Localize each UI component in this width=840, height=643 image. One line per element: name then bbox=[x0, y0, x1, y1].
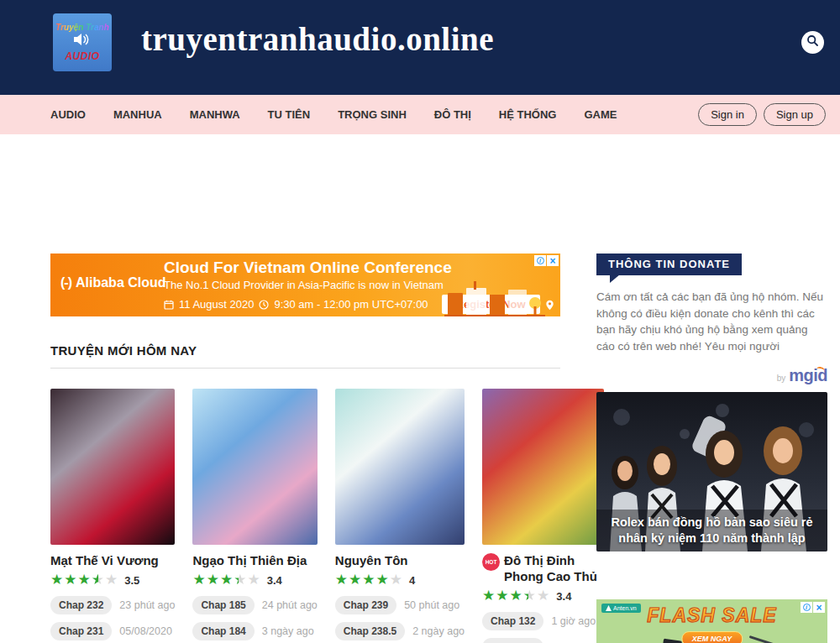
sponsored-photo-ad[interactable]: Rolex bán đồng hồ bản sao siêu rẻ nhân k… bbox=[596, 392, 827, 552]
comic-card-grid: Mạt Thế Vi Vương ★★★★★ 3.5 Chap 23223 ph… bbox=[50, 389, 560, 643]
nav-item-trong-sinh[interactable]: TRỌNG SINH bbox=[338, 108, 407, 121]
hot-badge: HOT bbox=[482, 553, 500, 571]
star-half-icon: ★ bbox=[92, 572, 105, 588]
rating-value: 3.5 bbox=[124, 574, 139, 587]
comic-title[interactable]: Mạt Thế Vi Vương bbox=[50, 552, 159, 568]
sign-in-button[interactable]: Sign in bbox=[698, 103, 757, 126]
sidebar: THÔNG TIN DONATE Cám ơn tất cả các bạn đ… bbox=[596, 254, 827, 643]
search-icon bbox=[806, 34, 819, 50]
chapter-button[interactable]: Chap 185 bbox=[192, 596, 254, 614]
star-rating-icons[interactable]: ★★★★★ bbox=[335, 572, 403, 588]
main-content: (-) Alibaba Cloud Cloud For Vietnam Onli… bbox=[50, 254, 560, 643]
mgid-attribution[interactable]: by mgid bbox=[777, 366, 827, 385]
chapter-button[interactable]: Chap 232 bbox=[50, 596, 112, 614]
ad-info-icon[interactable]: i bbox=[534, 255, 546, 266]
chapter-button[interactable]: Chap 132 bbox=[482, 612, 543, 630]
flash-sale-ad[interactable]: Anten.vn FLASH SALE XEM NGAY i × bbox=[596, 599, 827, 643]
chapter-button[interactable]: Chap 238.5 bbox=[335, 622, 405, 640]
chapter-button[interactable]: Chap 231 bbox=[50, 622, 112, 640]
chapter-list: Chap 1321 giờ agoChap 13105/08/2020 bbox=[482, 612, 604, 643]
star-full-icon: ★ bbox=[335, 572, 349, 588]
ad-close-icon[interactable]: × bbox=[547, 255, 559, 266]
auth-buttons: Sign in Sign up bbox=[698, 103, 826, 126]
rating-value: 4 bbox=[409, 574, 415, 587]
comic-title[interactable]: Đô Thị Đỉnh Phong Cao Thủ bbox=[504, 552, 604, 584]
star-full-icon: ★ bbox=[349, 572, 362, 588]
chapter-time: 3 ngày ago bbox=[262, 625, 314, 637]
nav-item-do-thi[interactable]: ĐÔ THỊ bbox=[434, 108, 471, 121]
comic-card: Nguyên Tôn ★★★★★ 4 Chap 23950 phút agoCh… bbox=[335, 389, 465, 643]
star-full-icon: ★ bbox=[64, 572, 77, 588]
star-full-icon: ★ bbox=[376, 572, 390, 588]
speaker-icon bbox=[74, 33, 91, 50]
star-full-icon: ★ bbox=[207, 572, 220, 588]
rating-row: ★★★★★ 3.5 bbox=[50, 572, 175, 588]
chapter-button[interactable]: Chap 184 bbox=[192, 622, 254, 640]
nav-item-manhua[interactable]: MANHUA bbox=[113, 108, 162, 121]
comic-card: Ngạo Thị Thiên Địa ★★★★★ 3.4 Chap 18524 … bbox=[192, 389, 317, 643]
comic-cover[interactable] bbox=[50, 389, 175, 545]
chapter-list: Chap 23223 phút agoChap 23105/08/2020 bbox=[50, 596, 175, 640]
ad-title: Cloud For Vietnam Online Conference bbox=[164, 259, 555, 277]
chapter-time: 05/08/2020 bbox=[119, 625, 172, 637]
chapter-row: Chap 18524 phút ago bbox=[192, 596, 317, 614]
nav-item-he-thong[interactable]: HỆ THỐNG bbox=[499, 108, 557, 121]
star-full-icon: ★ bbox=[78, 572, 92, 588]
xem-ngay-button[interactable]: XEM NGAY bbox=[681, 631, 743, 643]
comic-cover[interactable] bbox=[482, 389, 604, 545]
star-rating-icons[interactable]: ★★★★★ bbox=[482, 588, 550, 604]
flash-info-icon[interactable]: i bbox=[801, 602, 812, 613]
page: Truyện Tranh AUDIO truyentranhaudio.onli… bbox=[0, 0, 840, 643]
star-empty-icon: ★ bbox=[390, 572, 403, 588]
nav-item-tu-tien[interactable]: TU TIÊN bbox=[268, 108, 311, 121]
chapter-time: 2 ngày ago bbox=[412, 625, 465, 637]
star-empty-icon: ★ bbox=[105, 572, 118, 588]
site-title[interactable]: truyentranhaudio.online bbox=[141, 20, 494, 58]
nav-menu: AUDIOMANHUAMANHWATU TIÊNTRỌNG SINHĐÔ THỊ… bbox=[50, 108, 698, 121]
sign-up-button[interactable]: Sign up bbox=[764, 103, 826, 126]
nav-item-manhwa[interactable]: MANHWA bbox=[190, 108, 240, 121]
comic-title-row: Ngạo Thị Thiên Địa bbox=[192, 552, 317, 568]
comic-title-row: Mạt Thế Vi Vương bbox=[50, 552, 175, 568]
star-full-icon: ★ bbox=[192, 572, 206, 588]
star-full-icon: ★ bbox=[362, 572, 375, 588]
photo-ad-caption: Rolex bán đồng hồ bản sao siêu rẻ nhân k… bbox=[603, 515, 821, 546]
city-illustration bbox=[444, 281, 545, 316]
star-full-icon: ★ bbox=[220, 572, 234, 588]
chapter-time: 24 phút ago bbox=[262, 599, 318, 611]
chapter-button[interactable]: Chap 131 bbox=[482, 638, 543, 643]
logo-text-top: Truyện Tranh bbox=[55, 23, 109, 32]
comic-title[interactable]: Nguyên Tôn bbox=[335, 552, 408, 568]
site-logo[interactable]: Truyện Tranh AUDIO bbox=[53, 13, 112, 71]
chapter-row: Chap 238.52 ngày ago bbox=[335, 622, 465, 640]
ad-choice-corner: i × bbox=[534, 255, 559, 266]
star-rating-icons[interactable]: ★★★★★ bbox=[50, 572, 118, 588]
ad-date: 11 August 2020 bbox=[179, 298, 254, 311]
comic-cover[interactable] bbox=[192, 389, 317, 545]
chapter-time: 23 phút ago bbox=[119, 599, 175, 611]
product-stand bbox=[749, 635, 787, 643]
flash-close-icon[interactable]: × bbox=[813, 602, 825, 613]
chapter-row: Chap 23223 phút ago bbox=[50, 596, 175, 614]
ad-time: 9:30 am - 12:00 pm UTC+07:00 bbox=[274, 298, 428, 311]
chapter-row: Chap 13105/08/2020 bbox=[482, 638, 604, 643]
chapter-button[interactable]: Chap 239 bbox=[335, 596, 396, 614]
star-rating-icons[interactable]: ★★★★★ bbox=[192, 572, 260, 588]
comic-title[interactable]: Ngạo Thị Thiên Địa bbox=[192, 552, 307, 568]
search-button[interactable] bbox=[801, 31, 824, 54]
chapter-row: Chap 23105/08/2020 bbox=[50, 622, 175, 640]
star-empty-icon: ★ bbox=[247, 572, 260, 588]
star-half-icon: ★ bbox=[523, 588, 537, 604]
nav-item-audio[interactable]: AUDIO bbox=[50, 108, 86, 121]
comic-card: Mạt Thế Vi Vương ★★★★★ 3.5 Chap 23223 ph… bbox=[50, 389, 175, 643]
chapter-row: Chap 23950 phút ago bbox=[335, 596, 465, 614]
nav-item-game[interactable]: GAME bbox=[584, 108, 617, 121]
comic-card: HOT Đô Thị Đỉnh Phong Cao Thủ ★★★★★ 3.4 … bbox=[482, 389, 604, 643]
comic-cover[interactable] bbox=[335, 389, 465, 545]
rating-row: ★★★★★ 3.4 bbox=[192, 572, 317, 588]
alibaba-ad-banner[interactable]: (-) Alibaba Cloud Cloud For Vietnam Onli… bbox=[50, 254, 560, 316]
rating-row: ★★★★★ 4 bbox=[335, 572, 465, 588]
clock-icon bbox=[259, 300, 269, 310]
donate-heading: THÔNG TIN DONATE bbox=[596, 254, 742, 275]
star-full-icon: ★ bbox=[50, 572, 64, 588]
